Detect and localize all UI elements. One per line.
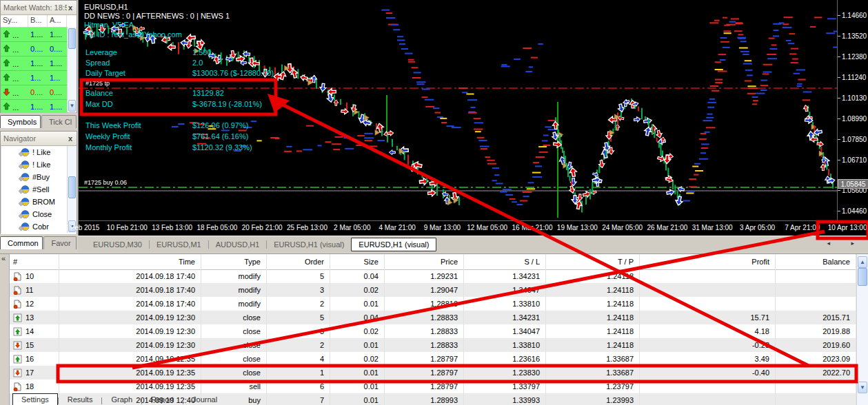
scrollbar-thumb[interactable] [68, 176, 76, 198]
column-header-type[interactable]: Type [201, 254, 267, 269]
market-watch-row[interactable]: ...1....1.... [1, 28, 77, 42]
tab-tick-cl[interactable]: Tick Cl [41, 115, 77, 128]
scroll-up-icon[interactable]: ▲ [858, 256, 867, 268]
collapse-button[interactable]: « [0, 254, 9, 262]
trade-up-icon [13, 327, 22, 336]
tester-tab-journal[interactable]: Journal [183, 393, 226, 405]
column-header-profit[interactable]: Profit [640, 254, 776, 269]
navigator-item[interactable]: BROM [1, 196, 77, 208]
navigator-scrollbar[interactable]: ▼ [67, 146, 77, 233]
table-row[interactable]: 102014.09.18 17:40modify50.041.292311.34… [10, 269, 856, 283]
profit-cell [640, 393, 776, 405]
sl-cell: 1.34231 [464, 311, 546, 324]
time-tick-label: 25 Feb 13:00 [287, 224, 327, 231]
price-tick-label: 1.06710 [842, 156, 867, 164]
profit-cell [640, 297, 776, 311]
balance-cell [776, 283, 856, 297]
scroll-down-icon[interactable]: ▼ [858, 382, 867, 393]
navigator-item[interactable]: #Sell [1, 183, 77, 196]
bid-value: 1.... [28, 30, 48, 39]
sl-cell: 1.33810 [464, 297, 546, 311]
market-watch-row[interactable]: ...1....1.... [1, 56, 77, 71]
order-cell: 3 [267, 324, 330, 338]
table-row[interactable]: 142014.09.19 12:30close30.021.288331.340… [10, 324, 856, 338]
tab-symbols[interactable]: Symbols [0, 115, 41, 128]
column-header-balance[interactable]: Balance [776, 254, 856, 269]
order-id-cell: 10 [10, 269, 59, 283]
scrollbar-thumb[interactable] [68, 28, 76, 49]
balance-value: $-3678.19 (-28.01%) [192, 100, 262, 108]
column-header-time[interactable]: Time [59, 254, 201, 269]
market-watch-row[interactable]: ...0....0.... [1, 85, 77, 100]
sl-cell: 1.33993 [464, 393, 546, 405]
navigator-item[interactable]: ! Like [1, 146, 77, 158]
market-watch-row[interactable]: ...0....0.... [1, 42, 77, 56]
type-cell: modify [201, 283, 267, 297]
type-cell: close [201, 352, 267, 366]
profit-cell [640, 283, 776, 297]
market-watch-column-header[interactable]: Sy... [1, 15, 28, 27]
price-tick-label: 1.08990 [842, 115, 867, 123]
tester-tab-graph[interactable]: Graph [102, 393, 141, 405]
tab-scroll-arrows-icon[interactable]: ◂ ▸ [827, 240, 864, 247]
price-tick-label: 1.14660 [842, 12, 867, 19]
table-row[interactable]: 152014.09.19 12:30close20.011.288331.338… [10, 338, 856, 352]
stat-label: Spread [85, 59, 110, 67]
size-cell: 0.02 [330, 283, 385, 297]
market-watch-scrollbar[interactable]: ▼ [67, 27, 77, 112]
ask-value: 1... [48, 74, 67, 82]
market-watch-row[interactable]: ...1....1.... [1, 100, 77, 114]
table-scrollbar[interactable]: ▲ ▼ [856, 254, 868, 405]
navigator-item[interactable]: Close [1, 208, 77, 220]
market-watch-column-header[interactable]: A... [48, 15, 67, 27]
table-row[interactable]: 182014.09.19 12:35sell60.011.287971.3379… [10, 380, 856, 393]
table-row[interactable]: 112014.09.18 17:40modify30.021.290471.34… [10, 283, 856, 297]
column-header-#[interactable]: # [10, 254, 59, 269]
chart-tab[interactable]: EURUSD,M1 [150, 239, 208, 250]
price-cell: 1.28833 [385, 311, 464, 324]
chart-tab[interactable]: EURUSD,H1 (visual) [351, 238, 436, 251]
column-header-price[interactable]: Price [385, 254, 464, 269]
close-icon[interactable]: x [67, 134, 74, 143]
balance-cell: 2019.88 [776, 324, 856, 338]
profit-cell: 4.18 [640, 324, 776, 338]
tester-tab-report[interactable]: Report [142, 393, 183, 405]
price-chart[interactable] [79, 0, 837, 220]
column-header-order[interactable]: Order [267, 254, 330, 269]
sl-cell: 1.23616 [464, 352, 546, 366]
scrollbar-thumb[interactable] [858, 268, 867, 286]
price-tick-label: 1.10130 [842, 94, 867, 102]
market-watch-row[interactable]: ...1...1... [1, 71, 77, 85]
price-tick-mark [838, 36, 840, 37]
tester-tab-results[interactable]: Results [59, 393, 102, 405]
scroll-down-icon[interactable]: ▼ [68, 100, 76, 112]
table-row[interactable]: 122014.09.18 17:40modify20.011.288101.33… [10, 297, 856, 311]
market-watch-column-header[interactable]: B... [28, 15, 48, 27]
order-cell: 2 [267, 338, 330, 352]
tp-cell: 1.24118 [546, 269, 640, 283]
ask-value: 1.... [48, 59, 67, 68]
stat-value: 2.0 [192, 59, 203, 67]
price-cell: 1.28797 [385, 380, 464, 393]
navigator-item[interactable]: #Buy [1, 171, 77, 183]
navigator-item[interactable]: ! Like [1, 158, 77, 171]
profit-value: $126.06 (0.97%) [192, 121, 248, 129]
column-header-tp[interactable]: T / P [546, 254, 640, 269]
time-cell: 2014.09.19 12:35 [59, 366, 201, 380]
size-cell: 0.01 [330, 380, 385, 393]
price-cell: 1.29047 [385, 283, 464, 297]
table-row[interactable]: 132014.09.19 12:30close50.041.288331.342… [10, 311, 856, 324]
column-header-size[interactable]: Size [330, 254, 385, 269]
table-row[interactable]: 162014.09.19 12:35close40.021.287971.236… [10, 352, 856, 366]
tab-favor[interactable]: Favor [43, 236, 77, 249]
tab-common[interactable]: Common [0, 236, 43, 249]
table-row[interactable]: 172014.09.19 12:35close10.011.287971.238… [10, 366, 856, 380]
chart-tab[interactable]: AUDUSD,H1 [209, 239, 267, 250]
tester-tab-settings[interactable]: Settings [12, 393, 58, 405]
order-cell: 3 [267, 283, 330, 297]
column-header-sl[interactable]: S / L [464, 254, 546, 269]
chart-tab[interactable]: EURUSD,M30 [86, 239, 149, 250]
close-icon[interactable]: x [67, 3, 74, 12]
price-cell: 1.28810 [385, 297, 464, 311]
chart-tab[interactable]: EURUSD,H1 (visual) [267, 239, 351, 250]
